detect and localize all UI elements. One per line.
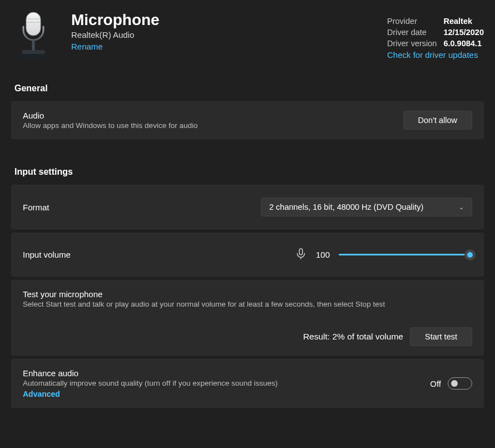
svg-rect-3 <box>32 40 35 50</box>
format-title: Format <box>23 203 50 212</box>
audio-title: Audio <box>23 111 197 120</box>
driver-version-label: Driver version <box>387 39 437 48</box>
driver-date-value: 12/15/2020 <box>443 28 484 37</box>
provider-label: Provider <box>387 17 437 26</box>
svg-rect-4 <box>22 50 45 54</box>
check-updates-link[interactable]: Check for driver updates <box>387 50 484 60</box>
enhance-card: Enhance audio Automatically improve soun… <box>11 359 484 408</box>
device-title: Microphone <box>71 11 160 29</box>
test-desc: Select Start test and talk or play audio… <box>23 300 472 308</box>
device-subtitle: Realtek(R) Audio <box>71 30 160 40</box>
enhance-toggle-wrap: Off <box>430 377 472 390</box>
audio-card: Audio Allow apps and Windows to use this… <box>11 101 484 139</box>
start-test-button[interactable]: Start test <box>410 327 472 346</box>
toggle-knob <box>451 380 458 387</box>
chevron-down-icon: ⌄ <box>459 204 464 211</box>
advanced-link[interactable]: Advanced <box>23 390 60 398</box>
test-card: Test your microphone Select Start test a… <box>11 280 484 356</box>
svg-rect-0 <box>26 12 41 36</box>
enhance-desc: Automatically improve sound quality (tur… <box>23 379 278 387</box>
audio-text: Audio Allow apps and Windows to use this… <box>23 111 197 130</box>
test-result-row: Result: 2% of total volume Start test <box>23 327 472 346</box>
enhance-title: Enhance audio <box>23 368 278 378</box>
format-card: Format 2 channels, 16 bit, 48000 Hz (DVD… <box>11 185 484 229</box>
volume-controls: 100 <box>295 248 472 262</box>
section-general: General <box>14 83 484 93</box>
driver-info: Provider Realtek Driver date 12/15/2020 … <box>387 11 484 60</box>
device-header: Microphone Realtek(R) Audio Rename Provi… <box>11 11 484 61</box>
volume-slider[interactable] <box>339 248 472 262</box>
audio-desc: Allow apps and Windows to use this devic… <box>23 121 197 130</box>
svg-rect-6 <box>299 249 303 255</box>
volume-value: 100 <box>316 250 330 259</box>
driver-date-label: Driver date <box>387 28 437 37</box>
section-input: Input settings <box>14 167 484 177</box>
driver-version-value: 6.0.9084.1 <box>443 39 484 48</box>
header-left: Microphone Realtek(R) Audio Rename <box>11 11 160 61</box>
volume-title: Input volume <box>23 250 71 259</box>
enhance-text: Enhance audio Automatically improve soun… <box>23 368 278 398</box>
dont-allow-button[interactable]: Don't allow <box>403 111 472 130</box>
format-dropdown[interactable]: 2 channels, 16 bit, 48000 Hz (DVD Qualit… <box>261 198 472 216</box>
provider-value: Realtek <box>443 17 484 26</box>
slider-thumb[interactable] <box>464 249 476 260</box>
test-result: Result: 2% of total volume <box>303 332 403 342</box>
rename-link[interactable]: Rename <box>71 42 103 51</box>
enhance-toggle[interactable] <box>448 377 472 390</box>
volume-card: Input volume 100 <box>11 233 484 277</box>
microphone-small-icon[interactable] <box>295 248 307 262</box>
device-info: Microphone Realtek(R) Audio Rename <box>71 11 160 61</box>
format-value: 2 channels, 16 bit, 48000 Hz (DVD Qualit… <box>269 203 423 211</box>
microphone-icon <box>11 11 56 61</box>
enhance-toggle-label: Off <box>430 379 441 388</box>
test-title: Test your microphone <box>23 289 472 299</box>
svg-rect-5 <box>19 54 47 59</box>
